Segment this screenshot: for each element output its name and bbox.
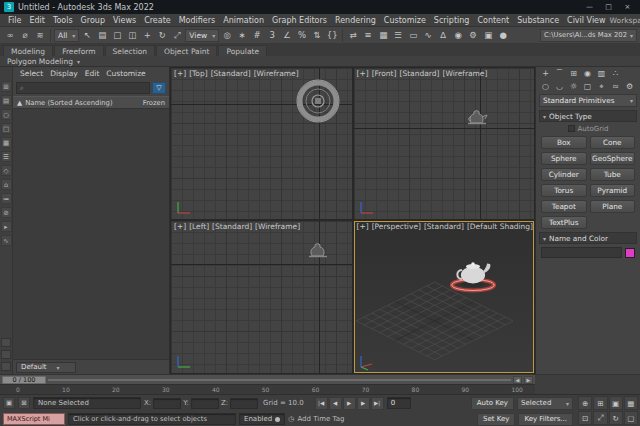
viewport-top[interactable]: [+] [Top] [Standard] [Wireframe] <box>171 68 352 219</box>
civil-view-menu[interactable]: Civil View <box>563 16 610 25</box>
go-to-start-button[interactable]: |◀ <box>315 397 328 410</box>
display-geometry-icon[interactable]: ▤ <box>1 95 12 106</box>
box-button[interactable]: Box <box>541 136 587 149</box>
utilities-tab-icon[interactable]: ∴ <box>609 68 622 80</box>
object-type-rollout[interactable]: ▾ Object Type <box>539 110 637 122</box>
viewport-left[interactable]: [+] [Left] [Standard] [Wireframe] <box>171 221 352 373</box>
mirror-icon[interactable]: ⇄ <box>346 28 360 43</box>
teapot-left-view[interactable] <box>307 241 333 261</box>
geosphere-button[interactable]: GeoSphere <box>590 152 636 165</box>
scene-explorer-toggle-icon[interactable]: ▦ <box>376 28 390 43</box>
select-object-icon[interactable]: ↖ <box>80 28 94 43</box>
display-cameras-icon[interactable]: ▦ <box>1 137 12 148</box>
pin-explorer-icon[interactable]: ∿ <box>1 235 12 246</box>
play-button[interactable]: ▶ <box>343 397 356 410</box>
textplus-button[interactable]: TextPlus <box>541 216 587 229</box>
use-pivot-center-icon[interactable]: ◎ <box>220 28 234 43</box>
select-and-scale-icon[interactable]: ⤢ <box>170 28 184 43</box>
zoom-icon[interactable]: ⊕ <box>578 396 592 410</box>
teapot-perspective[interactable] <box>451 262 493 290</box>
window-crossing-icon[interactable]: ◫ <box>125 28 139 43</box>
rendered-frame-icon[interactable]: ▣ <box>481 28 495 43</box>
cone-button[interactable]: Cone <box>590 136 636 149</box>
ribbon-tab-freeform[interactable]: Freeform <box>54 45 103 56</box>
viewport-pov-menu[interactable]: [Top] <box>189 69 208 78</box>
display-warps-icon[interactable]: ◇ <box>1 165 12 176</box>
primitive-category-dropdown[interactable]: Standard Primitives▾ <box>539 94 637 107</box>
zoom-region-icon[interactable]: ⊡ <box>578 411 592 425</box>
tools-menu[interactable]: Tools <box>49 16 77 25</box>
track-bar[interactable]: 0102030405060708090100 <box>0 384 535 394</box>
next-frame-button[interactable]: ▶ <box>357 397 370 410</box>
previous-frame-button[interactable]: ◀ <box>329 397 342 410</box>
maximize-button[interactable]: □ <box>600 2 617 13</box>
select-and-rotate-icon[interactable]: ↻ <box>155 28 169 43</box>
curve-editor-icon[interactable]: ∿ <box>421 28 435 43</box>
substance-menu[interactable]: Substance <box>513 16 563 25</box>
pick-parent-icon[interactable]: ▸ <box>1 221 12 232</box>
render-setup-icon[interactable]: ⚙ <box>466 28 480 43</box>
rendering-menu[interactable]: Rendering <box>331 16 380 25</box>
display-bones-icon[interactable]: ⌂ <box>1 179 12 190</box>
viewport-pov-menu[interactable]: [Left] <box>189 222 209 231</box>
explorer-column-header[interactable]: ▲ Name (Sorted Ascending) Frozen <box>13 96 169 109</box>
maxscript-mini-listener[interactable]: MAXScript Mi <box>3 413 65 425</box>
app-icon[interactable]: 3 <box>4 2 14 12</box>
orbit-icon[interactable]: ↻ <box>609 411 623 425</box>
close-button[interactable]: × <box>619 2 636 13</box>
layer-explorer-toggle-icon[interactable]: ☰ <box>391 28 405 43</box>
sphere-button[interactable]: Sphere <box>541 152 587 165</box>
viewport-pov-menu[interactable]: [Perspective] <box>372 222 421 231</box>
scripting-menu[interactable]: Scripting <box>430 16 474 25</box>
display-tab-icon[interactable]: ▥ <box>595 68 608 80</box>
autogrid-checkbox[interactable]: AutoGrid <box>536 123 640 134</box>
zoom-all-icon[interactable]: ⊞ <box>593 396 607 410</box>
selection-region-icon[interactable]: □ <box>110 28 124 43</box>
selection-set-dropdown[interactable]: Selected▾ <box>517 397 573 410</box>
group-menu[interactable]: Group <box>77 16 109 25</box>
unlink-selection-icon[interactable]: ⌀ <box>18 28 32 43</box>
ribbon-toggle-icon[interactable]: ▭ <box>406 28 420 43</box>
file-menu[interactable]: File <box>4 16 25 25</box>
zoom-extents-all-icon[interactable]: ▦ <box>624 396 638 410</box>
go-to-end-button[interactable]: ▶| <box>371 397 384 410</box>
percent-snap-icon[interactable]: % <box>295 28 309 43</box>
select-by-name-icon[interactable]: ▤ <box>95 28 109 43</box>
key-filters-button[interactable]: Key Filters... <box>518 413 573 426</box>
object-color-swatch[interactable] <box>625 248 635 258</box>
viewport-layout-tab-a[interactable] <box>1 338 11 347</box>
motion-tab-icon[interactable]: ◉ <box>581 68 594 80</box>
viewport-general-menu[interactable]: [+] <box>174 222 186 231</box>
modify-tab-icon[interactable]: ⌒ <box>553 68 566 80</box>
tube-button[interactable]: Tube <box>590 168 636 181</box>
cameras-category-icon[interactable]: ▢ <box>581 81 594 93</box>
name-and-color-rollout[interactable]: ▾ Name and Color <box>539 232 637 244</box>
customize-menu[interactable]: Customize <box>380 16 430 25</box>
viewport-style-menu[interactable]: [Standard] <box>211 69 251 78</box>
explorer-menu-customize[interactable]: Customize <box>103 69 148 78</box>
hierarchy-tab-icon[interactable]: ⊞ <box>567 68 580 80</box>
viewport-front[interactable]: [+] [Front] [Standard] [Wireframe] <box>354 68 535 219</box>
graph-editors-menu[interactable]: Graph Editors <box>268 16 331 25</box>
time-slider-groove[interactable] <box>48 379 511 381</box>
explorer-menu-display[interactable]: Display <box>47 69 81 78</box>
current-frame-field[interactable]: 0 <box>387 397 411 409</box>
viewport-shading-menu[interactable]: [Wireframe] <box>442 69 487 78</box>
named-selection-sets-icon[interactable]: {} <box>325 28 339 43</box>
plane-button[interactable]: Plane <box>590 200 636 213</box>
viewport-perspective[interactable]: [+] [Perspective] [Standard] [Default Sh… <box>354 221 535 373</box>
pyramid-button[interactable]: Pyramid <box>590 184 636 197</box>
ribbon-tab-selection[interactable]: Selection <box>105 45 156 56</box>
viewport-general-menu[interactable]: [+] <box>357 222 369 231</box>
explorer-search-box[interactable]: ⌕ <box>16 82 150 94</box>
create-menu[interactable]: Create <box>140 16 175 25</box>
zoom-extents-icon[interactable]: ▣ <box>609 396 623 410</box>
filter-funnel-icon[interactable]: ▽ <box>152 82 166 94</box>
display-shapes-icon[interactable]: ○ <box>1 109 12 120</box>
torus-teapot-top-view[interactable] <box>287 72 349 130</box>
content-menu[interactable]: Content <box>473 16 513 25</box>
cylinder-button[interactable]: Cylinder <box>541 168 587 181</box>
select-and-link-icon[interactable]: ∞ <box>3 28 17 43</box>
modifiers-menu[interactable]: Modifiers <box>175 16 220 25</box>
display-lights-icon[interactable]: □ <box>1 123 12 134</box>
